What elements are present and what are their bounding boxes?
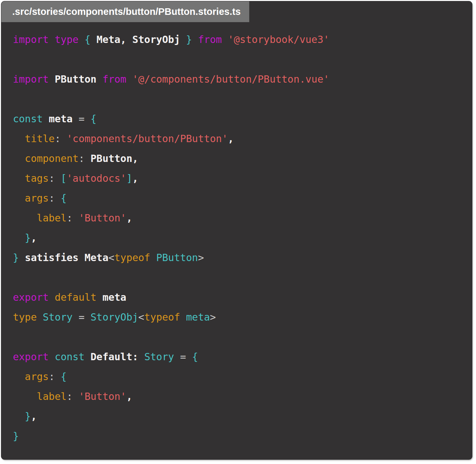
code-token: 'components/button/PButton' bbox=[67, 133, 228, 144]
code-token: ] bbox=[126, 173, 132, 184]
code-line: label: 'Button', bbox=[13, 387, 465, 406]
code-line: args: { bbox=[13, 188, 465, 208]
code-token: < bbox=[138, 311, 144, 323]
code-token: from bbox=[198, 34, 228, 45]
code-token: const bbox=[55, 351, 90, 363]
code-token: > bbox=[210, 311, 216, 323]
code-token: = bbox=[79, 113, 91, 125]
code-token: Meta, StoryObj bbox=[97, 34, 186, 45]
code-line: label: 'Button', bbox=[13, 208, 465, 228]
code-token: tags bbox=[13, 173, 49, 184]
code-token: , bbox=[126, 391, 132, 402]
code-token: } bbox=[13, 430, 19, 442]
code-line bbox=[13, 327, 465, 347]
code-line bbox=[13, 268, 465, 288]
code-token: args bbox=[13, 371, 49, 382]
code-token: , bbox=[132, 173, 138, 184]
code-line bbox=[13, 50, 465, 69]
code-token: meta bbox=[186, 311, 210, 323]
code-token: default bbox=[55, 291, 102, 303]
code-token: { bbox=[85, 34, 97, 45]
code-token: } bbox=[13, 410, 31, 422]
code-token: 'Button' bbox=[79, 391, 127, 402]
code-token: satisfies Meta bbox=[25, 252, 108, 263]
code-window: import type { Meta, StoryObj } from '@st… bbox=[1, 1, 472, 459]
code-line: type Story = StoryObj<typeof meta> bbox=[13, 307, 465, 327]
code-line: }, bbox=[13, 406, 465, 426]
code-line: const meta = { bbox=[13, 109, 465, 129]
code-token: StoryObj bbox=[91, 311, 139, 323]
code-line: export const Default: Story = { bbox=[13, 347, 465, 367]
code-token: '@storybook/vue3' bbox=[228, 34, 329, 45]
code-token: = bbox=[79, 311, 91, 323]
code-token: } bbox=[186, 34, 198, 45]
code-token: typeof bbox=[114, 252, 156, 263]
code-token: component bbox=[13, 153, 79, 164]
code-token: } bbox=[13, 232, 31, 244]
code-line bbox=[13, 89, 465, 109]
code-token: meta bbox=[49, 113, 78, 125]
code-token: : bbox=[49, 371, 60, 382]
code-line: component: PButton, bbox=[13, 149, 465, 169]
code-token: { bbox=[91, 113, 97, 125]
code-token: import bbox=[13, 73, 55, 85]
code-token: export bbox=[13, 351, 55, 363]
code-token: export bbox=[13, 291, 55, 303]
code-token: meta bbox=[102, 291, 126, 303]
code-token: args bbox=[13, 192, 49, 204]
code-line: title: 'components/button/PButton', bbox=[13, 129, 465, 149]
code-token: , bbox=[126, 212, 132, 224]
code-token: { bbox=[192, 351, 198, 363]
code-token: '@/components/button/PButton.vue' bbox=[132, 73, 329, 85]
code-token: : bbox=[67, 212, 79, 224]
code-token: 'autodocs' bbox=[67, 173, 127, 184]
code-line: import PButton from '@/components/button… bbox=[13, 69, 465, 89]
code-token: : bbox=[49, 192, 60, 204]
code-token: : bbox=[49, 173, 60, 184]
code-token: label bbox=[13, 391, 67, 402]
code-token: 'Button' bbox=[79, 212, 127, 224]
file-tab[interactable]: .src/stories/components/button/PButton.s… bbox=[1, 1, 249, 22]
code-token: type bbox=[13, 311, 43, 323]
code-token: const bbox=[13, 113, 49, 125]
code-token: label bbox=[13, 212, 67, 224]
code-token: { bbox=[61, 192, 67, 204]
code-token: typeof bbox=[144, 311, 186, 323]
code-token: Default: bbox=[91, 351, 144, 363]
code-token: import type bbox=[13, 34, 85, 45]
code-token: { bbox=[61, 371, 67, 382]
code-token: title bbox=[13, 133, 55, 144]
code-token: = bbox=[180, 351, 192, 363]
code-lines: import type { Meta, StoryObj } from '@st… bbox=[13, 30, 465, 446]
code-token: PButton bbox=[156, 252, 198, 263]
code-token: } bbox=[13, 252, 25, 263]
code-token: , bbox=[31, 410, 37, 422]
code-line: }, bbox=[13, 228, 465, 248]
code-token: : bbox=[79, 153, 91, 164]
code-line: } satisfies Meta<typeof PButton> bbox=[13, 248, 465, 268]
code-line: export default meta bbox=[13, 288, 465, 307]
code-line: args: { bbox=[13, 367, 465, 387]
code-line: } bbox=[13, 426, 465, 446]
code-token: Story bbox=[43, 311, 78, 323]
code-line: tags: ['autodocs'], bbox=[13, 169, 465, 188]
code-token: PButton bbox=[55, 73, 102, 85]
code-line: import type { Meta, StoryObj } from '@st… bbox=[13, 30, 465, 50]
code-token: < bbox=[108, 252, 114, 263]
file-tab-label: .src/stories/components/button/PButton.s… bbox=[12, 6, 241, 17]
code-token: , bbox=[228, 133, 234, 144]
code-token: , bbox=[31, 232, 37, 244]
code-token: > bbox=[198, 252, 204, 263]
code-token: from bbox=[102, 73, 132, 85]
code-token: PButton, bbox=[91, 153, 139, 164]
code-block: import type { Meta, StoryObj } from '@st… bbox=[1, 1, 472, 459]
code-token: : bbox=[55, 133, 66, 144]
code-token: : bbox=[67, 391, 79, 402]
code-token: Story bbox=[144, 351, 180, 363]
code-token: [ bbox=[61, 173, 67, 184]
